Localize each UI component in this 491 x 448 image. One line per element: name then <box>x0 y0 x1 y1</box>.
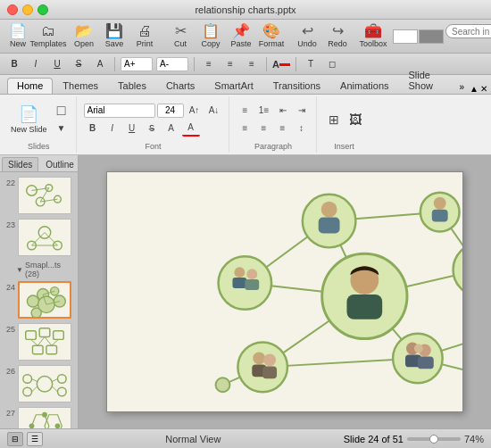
align-center-ribbon-button[interactable]: ≡ <box>255 120 273 137</box>
slide-item-27[interactable]: 27 <box>4 406 74 428</box>
outline-view-button[interactable]: ☰ <box>27 432 43 446</box>
svg-point-81 <box>434 197 446 210</box>
tab-home[interactable]: Home <box>7 78 53 94</box>
svg-point-18 <box>27 295 38 307</box>
paste-button[interactable]: 📌 Paste <box>227 21 255 52</box>
slide-thumb-22[interactable] <box>18 177 71 214</box>
fmt-sep-3 <box>266 57 267 71</box>
font-shadow-button[interactable]: A <box>162 120 180 137</box>
format-button[interactable]: 🎨 Format <box>257 21 286 52</box>
text-shadow-button[interactable]: A <box>91 56 109 72</box>
bold-button[interactable]: B <box>5 56 23 72</box>
open-button[interactable]: 📂 Open <box>70 21 98 52</box>
underline-button[interactable]: U <box>48 56 66 72</box>
font-size-input[interactable] <box>157 104 184 118</box>
align-left-button[interactable]: ≡ <box>200 56 218 72</box>
tab-slideshow[interactable]: Slide Show <box>399 67 454 94</box>
zoom-slider[interactable] <box>407 437 461 441</box>
color-swatch-white[interactable] <box>393 29 418 44</box>
bullet-list-button[interactable]: ≡ <box>237 103 254 119</box>
slide-thumb-23[interactable] <box>18 219 71 256</box>
ribbon-more-button[interactable]: » <box>454 80 470 94</box>
slides-tab[interactable]: Slides <box>2 157 38 171</box>
insert-shape-button[interactable]: ◻ <box>323 56 341 72</box>
tab-themes[interactable]: Themes <box>53 78 108 94</box>
close-button[interactable] <box>7 4 18 15</box>
insert-table-button[interactable]: ⊞ <box>324 110 344 129</box>
print-button[interactable]: 🖨 Print <box>130 21 159 52</box>
align-center-button[interactable]: ≡ <box>221 56 239 72</box>
slide-thumb-25[interactable] <box>18 323 71 361</box>
slide-item-26[interactable]: 26 <box>4 364 74 403</box>
font-size-down-button[interactable]: A↓ <box>205 103 223 119</box>
font-strikethrough-button[interactable]: S̶ <box>143 120 161 137</box>
section-name: Smapl...ts (28) <box>25 261 74 278</box>
numbered-list-button[interactable]: 1≡ <box>255 103 273 119</box>
redo-label: Redo <box>328 39 347 48</box>
slide-down-button[interactable]: ▼ <box>53 120 71 136</box>
font-italic-button[interactable]: I <box>104 120 121 137</box>
normal-view-button[interactable]: ⊟ <box>7 432 23 446</box>
tab-transitions[interactable]: Transitions <box>263 78 330 94</box>
font-name-input[interactable] <box>84 104 155 118</box>
new-slide-ribbon-button[interactable]: 📄 New Slide <box>7 100 51 139</box>
open-label: Open <box>74 39 94 48</box>
tab-charts[interactable]: Charts <box>156 78 204 94</box>
slide-canvas-area[interactable] <box>79 155 491 428</box>
line-spacing-button[interactable]: ↕ <box>293 120 311 137</box>
color-swatch-gray[interactable] <box>419 29 444 44</box>
templates-label: Templates <box>29 39 66 48</box>
slide-thumb-24[interactable] <box>18 281 71 319</box>
new-button[interactable]: 📄 New <box>4 21 32 52</box>
font-increase-input[interactable] <box>121 57 153 71</box>
undo-button[interactable]: ↩ Undo <box>293 21 321 52</box>
font-color-button[interactable]: A <box>272 56 290 72</box>
tab-tables[interactable]: Tables <box>108 78 156 94</box>
slide-item-25[interactable]: 25 <box>4 322 74 361</box>
copy-button[interactable]: 📋 Copy <box>196 21 225 52</box>
format-icon: 🎨 <box>262 24 280 38</box>
font-bold-button[interactable]: B <box>84 120 102 137</box>
font-decrease-input[interactable] <box>156 57 188 71</box>
toolbox-button[interactable]: 🧰 Toolbox <box>359 21 387 52</box>
search-input[interactable] <box>445 24 491 38</box>
cut-button[interactable]: ✂ Cut <box>166 21 195 52</box>
font-size-up-button[interactable]: A↑ <box>186 103 204 119</box>
slide-thumb-27[interactable] <box>18 407 71 428</box>
outline-tab[interactable]: Outline <box>39 157 79 171</box>
strikethrough-button[interactable]: S <box>70 56 87 72</box>
tab-smartart[interactable]: SmartArt <box>204 78 262 94</box>
indent-increase-button[interactable]: ⇥ <box>293 103 311 119</box>
maximize-button[interactable] <box>37 4 48 15</box>
font-color-ribbon-button[interactable]: A <box>182 120 200 137</box>
align-left-ribbon-button[interactable]: ≡ <box>237 120 254 137</box>
italic-button[interactable]: I <box>27 56 45 72</box>
font-color-a: A <box>272 59 279 70</box>
slide-layout-button[interactable]: □ <box>53 103 71 119</box>
templates-button[interactable]: 🗂 Templates <box>34 21 62 52</box>
redo-button[interactable]: ↪ Redo <box>323 21 352 52</box>
minimize-button[interactable] <box>22 4 33 15</box>
save-button[interactable]: 💾 Save <box>100 21 129 52</box>
copy-label: Copy <box>201 39 220 48</box>
ribbon-content-area: 📄 New Slide □ ▼ Slides A↑ A↓ B I <box>0 95 491 155</box>
indent-decrease-button[interactable]: ⇤ <box>274 103 292 119</box>
align-right-button[interactable]: ≡ <box>243 56 261 72</box>
print-icon: 🖨 <box>137 24 152 38</box>
align-right-ribbon-button[interactable]: ≡ <box>274 120 292 137</box>
slide-thumb-26[interactable] <box>18 365 71 402</box>
insert-picture-button[interactable]: 🖼 <box>345 110 365 129</box>
tab-animations[interactable]: Animations <box>330 78 398 94</box>
font-format-row: B I U S̶ A A <box>84 120 223 137</box>
ribbon-expand-button[interactable]: ✕ <box>480 84 487 94</box>
font-underline-button[interactable]: U <box>123 120 141 137</box>
slide-canvas[interactable] <box>106 171 463 412</box>
open-icon: 📂 <box>75 24 93 38</box>
slide-list[interactable]: 22 23 <box>0 172 78 428</box>
ribbon-collapse-button[interactable]: ▲ <box>470 84 479 94</box>
slide-item-22[interactable]: 22 <box>4 176 74 215</box>
svg-rect-8 <box>19 220 71 256</box>
slide-item-24[interactable]: 24 <box>4 280 74 319</box>
insert-text-button[interactable]: T <box>302 56 320 72</box>
slide-item-23[interactable]: 23 <box>4 218 74 257</box>
